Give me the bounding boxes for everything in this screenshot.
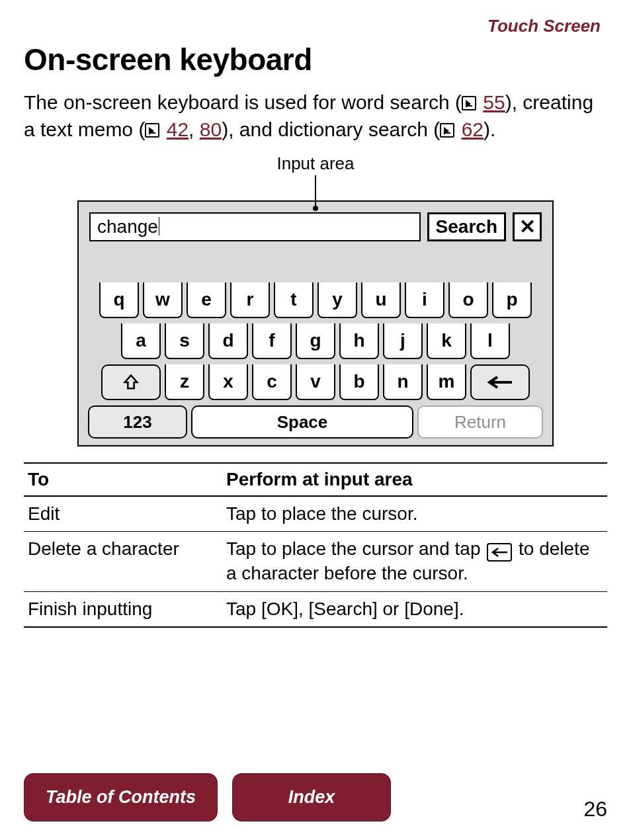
key-y[interactable]: y (317, 282, 357, 318)
keyboard-search-button[interactable]: Search (427, 212, 506, 241)
mode-123-key[interactable]: 123 (88, 405, 187, 439)
page-title: On-screen keyboard (24, 42, 607, 77)
table-cell: Tap to place the cursor. (222, 496, 607, 532)
backspace-icon (485, 376, 515, 389)
key-u[interactable]: u (361, 282, 401, 318)
actions-table: To Perform at input area Edit Tap to pla… (24, 462, 607, 628)
keyboard-close-button[interactable]: ✕ (513, 212, 542, 241)
page-link-55[interactable]: 55 (483, 91, 505, 113)
text-cursor (159, 217, 159, 235)
table-cell: Edit (24, 496, 222, 532)
page-link-62[interactable]: 62 (462, 118, 484, 140)
keyboard-row: qwertyuiop (88, 282, 543, 318)
page-link-42[interactable]: 42 (167, 118, 189, 140)
key-x[interactable]: x (208, 364, 248, 400)
page-ref-icon (145, 123, 159, 138)
page-number: 26 (583, 797, 607, 821)
table-header: To (24, 463, 222, 496)
table-row: Edit Tap to place the cursor. (24, 496, 607, 532)
table-row: Delete a character Tap to place the curs… (24, 532, 607, 591)
callout: Input area (24, 153, 607, 207)
toc-button[interactable]: Table of Contents (24, 773, 218, 821)
key-s[interactable]: s (165, 323, 204, 359)
page-ref-icon (440, 123, 454, 138)
key-t[interactable]: t (274, 282, 314, 318)
table-text: Tap to place the cursor and tap (226, 538, 485, 559)
page-link-80[interactable]: 80 (200, 118, 222, 140)
keyboard-row: asdfghjkl (88, 323, 543, 359)
index-button[interactable]: Index (232, 773, 391, 821)
key-i[interactable]: i (405, 282, 444, 318)
key-n[interactable]: n (383, 364, 423, 400)
key-m[interactable]: m (427, 364, 466, 400)
callout-pointer (315, 175, 316, 207)
intro-text: The on-screen keyboard is used for word … (24, 91, 462, 113)
table-header: Perform at input area (222, 463, 607, 496)
callout-label: Input area (276, 153, 354, 174)
key-z[interactable]: z (165, 364, 204, 400)
table-cell: Delete a character (24, 532, 222, 591)
key-e[interactable]: e (187, 282, 226, 318)
key-g[interactable]: g (296, 323, 335, 359)
key-h[interactable]: h (339, 323, 379, 359)
keyboard-figure: change Search ✕ qwertyuiop asdfghjkl zxc… (77, 200, 554, 446)
key-l[interactable]: l (470, 323, 510, 359)
key-v[interactable]: v (296, 364, 335, 400)
intro-paragraph: The on-screen keyboard is used for word … (24, 89, 607, 143)
key-o[interactable]: o (448, 282, 488, 318)
space-key[interactable]: Space (191, 405, 413, 439)
keyboard-row: zxcvbnm (88, 364, 543, 400)
table-cell: Tap [OK], [Search] or [Done]. (222, 591, 607, 627)
table-cell: Finish inputting (24, 591, 222, 627)
keyboard-input-area[interactable]: change (89, 212, 421, 241)
table-row: Finish inputting Tap [OK], [Search] or [… (24, 591, 607, 627)
table-cell: Tap to place the cursor and tap to delet… (222, 532, 607, 591)
backspace-key[interactable] (470, 364, 530, 400)
key-f[interactable]: f (252, 323, 292, 359)
intro-text: ). (484, 118, 495, 140)
key-q[interactable]: q (99, 282, 139, 318)
key-d[interactable]: d (208, 323, 248, 359)
return-key[interactable]: Return (417, 405, 543, 439)
page-ref-icon (462, 96, 476, 110)
key-b[interactable]: b (339, 364, 379, 400)
key-a[interactable]: a (121, 323, 161, 359)
backspace-icon-inline (487, 543, 512, 562)
intro-text: ), and dictionary search ( (222, 118, 440, 140)
section-label: Touch Screen (24, 16, 601, 36)
shift-key[interactable] (101, 364, 161, 400)
key-r[interactable]: r (230, 282, 270, 318)
shift-icon (122, 373, 140, 392)
key-k[interactable]: k (427, 323, 466, 359)
key-j[interactable]: j (383, 323, 423, 359)
key-w[interactable]: w (143, 282, 183, 318)
intro-text: , (189, 118, 200, 140)
key-c[interactable]: c (252, 364, 292, 400)
key-p[interactable]: p (492, 282, 532, 318)
keyboard-input-value: change (97, 216, 158, 237)
